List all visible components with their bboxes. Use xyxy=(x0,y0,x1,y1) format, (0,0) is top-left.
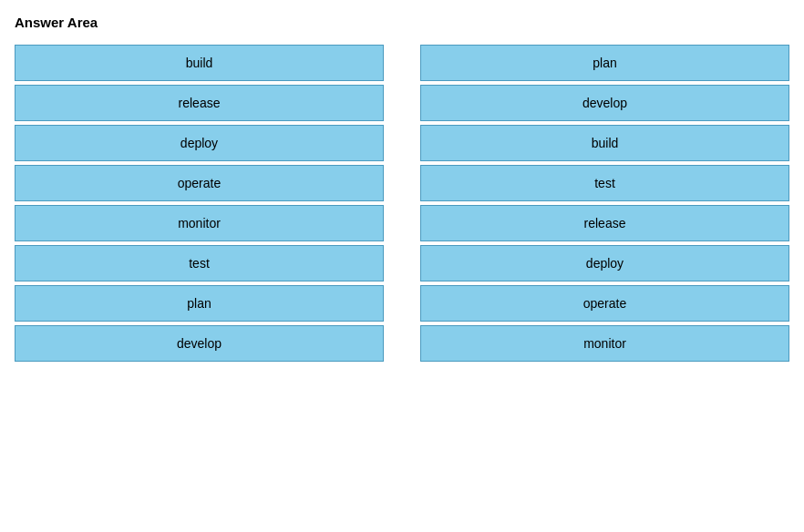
left-item-0[interactable]: build xyxy=(15,45,384,81)
right-item-3[interactable]: test xyxy=(420,165,789,201)
left-item-5[interactable]: test xyxy=(15,245,384,281)
answer-area: buildreleasedeployoperatemonitortestplan… xyxy=(15,45,789,362)
right-item-2[interactable]: build xyxy=(420,125,789,161)
left-column: buildreleasedeployoperatemonitortestplan… xyxy=(15,45,384,362)
right-item-7[interactable]: monitor xyxy=(420,325,789,362)
right-item-5[interactable]: deploy xyxy=(420,245,789,281)
left-item-7[interactable]: develop xyxy=(15,325,384,362)
left-item-3[interactable]: operate xyxy=(15,165,384,201)
left-item-1[interactable]: release xyxy=(15,85,384,121)
page-title: Answer Area xyxy=(15,15,789,30)
right-column: plandevelopbuildtestreleasedeployoperate… xyxy=(420,45,789,362)
right-item-4[interactable]: release xyxy=(420,205,789,241)
right-item-6[interactable]: operate xyxy=(420,285,789,322)
right-item-1[interactable]: develop xyxy=(420,85,789,121)
left-item-6[interactable]: plan xyxy=(15,285,384,322)
left-item-2[interactable]: deploy xyxy=(15,125,384,161)
left-item-4[interactable]: monitor xyxy=(15,205,384,241)
right-item-0[interactable]: plan xyxy=(420,45,789,81)
